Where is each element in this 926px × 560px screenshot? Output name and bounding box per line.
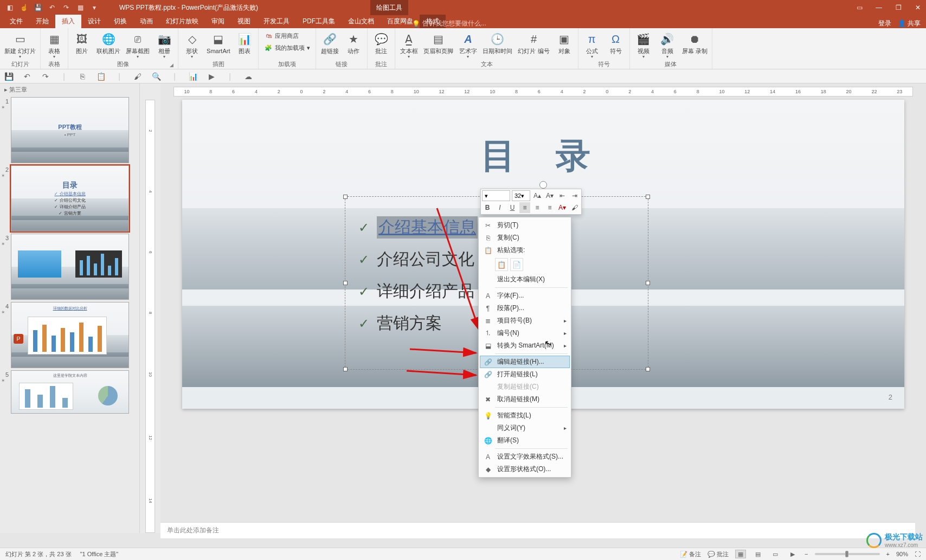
qat-paste-icon[interactable]: 📋 [97, 72, 105, 81]
tab-slideshow[interactable]: 幻灯片放映 [159, 15, 205, 28]
resize-handle[interactable] [343, 367, 348, 371]
autosave-icon[interactable]: ◧ [5, 3, 14, 12]
action-button[interactable]: ★动作 [343, 30, 364, 55]
share-button[interactable]: 👤 共享 [898, 19, 921, 28]
object-button[interactable]: ▣对象 [554, 30, 575, 55]
tell-me[interactable]: 💡告诉我您想要做什么... [412, 19, 486, 28]
video-button[interactable]: 🎬视频▾ [633, 30, 654, 60]
decrease-indent-icon[interactable]: ⇤ [557, 190, 568, 201]
qat-chart-icon[interactable]: 📊 [189, 72, 197, 81]
store-button[interactable]: 🛍应用商店 [262, 30, 312, 41]
font-color-button[interactable]: A▾ [557, 202, 568, 213]
thumb-slide-1[interactable]: PPT教程• PPT [11, 97, 129, 163]
qat-cloud-icon[interactable]: ☁ [244, 72, 253, 81]
qat-more-icon[interactable]: ▾ [90, 3, 99, 12]
zoom-out-icon[interactable]: − [805, 551, 808, 557]
ctx-translate[interactable]: 🌐翻译(S) [480, 434, 570, 447]
symbol-button[interactable]: Ω符号 [606, 30, 626, 55]
zoom-slider[interactable] [815, 553, 880, 555]
ctx-smart-lookup[interactable]: 💡智能查找(L) [480, 409, 570, 422]
slideshow-icon[interactable]: ▦ [76, 3, 85, 12]
album-button[interactable]: 📷相册▾ [154, 30, 175, 60]
fit-window-icon[interactable]: ⛶ [915, 551, 921, 557]
new-slide-button[interactable]: ▭新建 幻灯片▾ [3, 30, 37, 60]
notes-toggle[interactable]: 📝 备注 [680, 550, 701, 558]
hyperlink-button[interactable]: 🔗超链接 [319, 30, 340, 55]
resize-handle[interactable] [343, 281, 348, 285]
screenshot-button[interactable]: ⎚屏幕截图▾ [125, 30, 151, 60]
slide-editor[interactable]: 108642 02468 101212108 64202 4681012 141… [160, 83, 926, 533]
tab-transitions[interactable]: 切换 [107, 15, 133, 28]
wordart-button[interactable]: A艺术字▾ [458, 30, 478, 60]
bold-button[interactable]: B [482, 202, 493, 213]
resize-handle[interactable] [343, 195, 348, 199]
ctx-open-hyperlink[interactable]: 🔗打开超链接(L) [480, 368, 570, 381]
tab-view[interactable]: 视图 [231, 15, 257, 28]
chart-button[interactable]: 📊图表 [234, 30, 255, 55]
audio-button[interactable]: 🔊音频▾ [657, 30, 678, 60]
align-center-button[interactable]: ≡ [532, 202, 543, 213]
screenrec-button[interactable]: ⏺屏幕 录制 [681, 30, 709, 55]
paste-option-1[interactable]: 📋 [495, 258, 508, 271]
slide-thumbnail-panel[interactable]: ▸ 第三章 1✶ PPT教程• PPT 2✶ 目录 ✓ 介绍基本信息 ✓ 介绍公… [0, 83, 140, 533]
qat-brush-icon[interactable]: 🖌 [133, 72, 142, 81]
font-family-select[interactable]: ▾ [482, 190, 510, 201]
qat-undo-icon[interactable]: ↶ [23, 72, 31, 81]
decrease-font-icon[interactable]: A▾ [544, 190, 555, 201]
resize-handle[interactable] [646, 367, 650, 371]
notes-pane[interactable]: 单击此处添加备注 [160, 522, 915, 538]
zoom-in-icon[interactable]: + [886, 551, 890, 557]
paste-option-2[interactable]: 📄 [510, 258, 523, 271]
ctx-convert-smartart[interactable]: ⬓转换为 SmartArt(M)▸ [480, 339, 570, 352]
shapes-button[interactable]: ◇形状▾ [182, 30, 202, 60]
qat-redo-icon[interactable]: ↷ [41, 72, 50, 81]
align-left-button[interactable]: ≡ [519, 202, 530, 213]
ctx-edit-hyperlink[interactable]: 🔗编辑超链接(H)... [480, 356, 570, 368]
online-picture-button[interactable]: 🌐联机图片 [95, 30, 121, 55]
ctx-cut[interactable]: ✂剪切(T) [480, 219, 570, 231]
font-size-select[interactable]: 32 ▾ [512, 190, 530, 201]
resize-handle[interactable] [646, 195, 650, 199]
close-icon[interactable]: ✕ [913, 3, 923, 12]
zoom-level[interactable]: 90% [896, 551, 908, 557]
datetime-button[interactable]: 🕒日期和时间 [481, 30, 513, 55]
increase-font-icon[interactable]: A▴ [532, 190, 543, 201]
headerfooter-button[interactable]: ▤页眉和页脚 [422, 30, 454, 55]
reading-view-icon[interactable]: ▭ [770, 550, 781, 558]
ribbon-options-icon[interactable]: ▭ [854, 3, 864, 12]
tab-review[interactable]: 审阅 [205, 15, 231, 28]
login-link[interactable]: 登录 [878, 19, 891, 28]
underline-button[interactable]: U [507, 202, 518, 213]
touch-icon[interactable]: ☝ [20, 3, 28, 12]
tab-animations[interactable]: 动画 [133, 15, 159, 28]
normal-view-icon[interactable]: ▦ [735, 550, 746, 558]
comment-button[interactable]: 💬批注 [371, 30, 391, 55]
rotation-handle[interactable] [539, 181, 547, 189]
thumb-slide-4[interactable]: 详细的数据对比分析 P [11, 302, 129, 368]
equation-button[interactable]: π公式▾ [582, 30, 602, 60]
tab-developer[interactable]: 开发工具 [257, 15, 296, 28]
tab-design[interactable]: 设计 [81, 15, 107, 28]
ctx-numbering[interactable]: ⒈编号(N)▸ [480, 327, 570, 339]
minimize-icon[interactable]: — [874, 3, 884, 12]
ctx-paragraph[interactable]: ¶段落(P)... [480, 302, 570, 314]
section-header[interactable]: ▸ 第三章 [0, 83, 139, 96]
tab-file[interactable]: 文件 [3, 15, 29, 28]
qat-find-icon[interactable]: 🔍 [152, 72, 160, 81]
align-right-button[interactable]: ≡ [544, 202, 555, 213]
ctx-text-effect-format[interactable]: A设置文字效果格式(S)... [480, 450, 570, 463]
italic-button[interactable]: I [494, 202, 505, 213]
slideshow-view-icon[interactable]: ▶ [787, 550, 798, 558]
ctx-copy[interactable]: ⎘复制(C) [480, 231, 570, 244]
thumb-slide-2[interactable]: 目录 ✓ 介绍基本信息 ✓ 介绍公司文化 ✓ 详细介绍产品 ✓ 营销方案 [11, 165, 129, 231]
undo-icon[interactable]: ↶ [48, 3, 56, 12]
images-dialog-icon[interactable]: ◢ [170, 62, 173, 68]
ctx-synonyms[interactable]: 同义词(Y)▸ [480, 422, 570, 434]
resize-handle[interactable] [646, 281, 650, 285]
qat-copy-icon[interactable]: ⎘ [78, 72, 87, 81]
ctx-shape-format[interactable]: ◆设置形状格式(O)... [480, 463, 570, 475]
table-button[interactable]: ▦表格▾ [44, 30, 65, 60]
maximize-icon[interactable]: ❐ [893, 3, 903, 12]
save-icon[interactable]: 💾 [34, 3, 42, 12]
ctx-exit-text-edit[interactable]: 退出文本编辑(X) [480, 273, 570, 286]
